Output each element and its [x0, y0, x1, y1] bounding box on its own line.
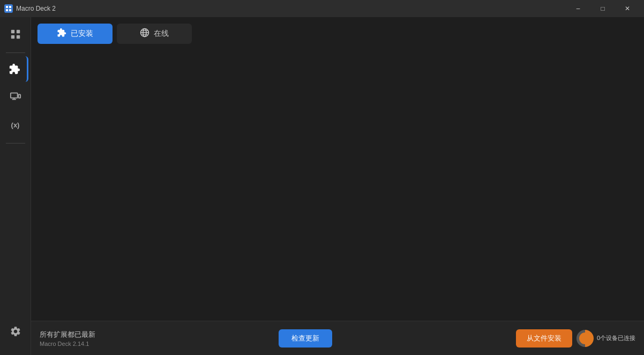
device-count-text: 0个设备已连接 — [597, 334, 635, 342]
maximize-button[interactable]: □ — [590, 0, 615, 17]
content-area: 已安装 在线 所有扩展都已最新 — [31, 17, 644, 355]
sidebar-item-device[interactable] — [3, 84, 28, 110]
status-inner — [579, 333, 591, 344]
footer-version: Macro Deck 2.14.1 — [40, 341, 95, 347]
install-file-button[interactable]: 从文件安装 — [516, 329, 572, 348]
footer-right: 从文件安装 0个设备已连接 — [516, 329, 635, 348]
svg-rect-4 — [11, 30, 14, 33]
main-content — [31, 44, 644, 321]
tabs-bar: 已安装 在线 — [31, 17, 644, 44]
sidebar: (x) — [0, 17, 31, 355]
sidebar-divider-1 — [6, 52, 25, 53]
variables-icon-label: (x) — [11, 121, 20, 129]
online-tab-icon — [140, 28, 149, 40]
window-controls: – □ ✕ — [566, 0, 640, 17]
svg-rect-8 — [10, 93, 17, 98]
footer: 所有扩展都已最新 Macro Deck 2.14.1 检查更新 从文件安装 0个… — [31, 321, 644, 355]
footer-status-text: 所有扩展都已最新 — [40, 330, 95, 339]
app-icon — [4, 4, 13, 13]
svg-rect-6 — [11, 35, 14, 39]
svg-rect-0 — [6, 6, 8, 8]
svg-rect-3 — [9, 9, 11, 11]
sidebar-item-grid[interactable] — [3, 21, 28, 47]
sidebar-item-settings[interactable] — [3, 319, 28, 344]
svg-rect-7 — [16, 35, 19, 39]
status-circle — [576, 330, 594, 347]
sidebar-item-variables[interactable]: (x) — [3, 112, 28, 138]
svg-rect-1 — [9, 6, 11, 8]
svg-rect-9 — [18, 94, 20, 97]
main-layout: (x) 已安装 — [0, 17, 644, 355]
sidebar-bottom — [3, 319, 28, 346]
titlebar: Macro Deck 2 – □ ✕ — [0, 0, 644, 17]
tab-online-label: 在线 — [154, 29, 169, 39]
sidebar-item-plugins[interactable] — [3, 56, 28, 82]
minimize-button[interactable]: – — [566, 0, 590, 17]
app-title: Macro Deck 2 — [16, 5, 566, 12]
install-file-label: 从文件安装 — [527, 334, 561, 342]
footer-left: 所有扩展都已最新 Macro Deck 2.14.1 — [40, 330, 95, 347]
tab-online[interactable]: 在线 — [117, 24, 192, 44]
status-text-block: 0个设备已连接 — [597, 334, 635, 342]
check-update-button[interactable]: 检查更新 — [279, 329, 332, 348]
tab-installed-label: 已安装 — [71, 29, 93, 39]
installed-tab-icon — [57, 28, 66, 40]
svg-rect-2 — [6, 9, 8, 11]
close-button[interactable]: ✕ — [615, 0, 640, 17]
svg-rect-5 — [16, 30, 19, 33]
device-status-indicator: 0个设备已连接 — [576, 330, 635, 347]
tab-installed[interactable]: 已安装 — [38, 24, 113, 44]
footer-center: 检查更新 — [279, 329, 332, 348]
sidebar-divider-2 — [6, 143, 25, 143]
